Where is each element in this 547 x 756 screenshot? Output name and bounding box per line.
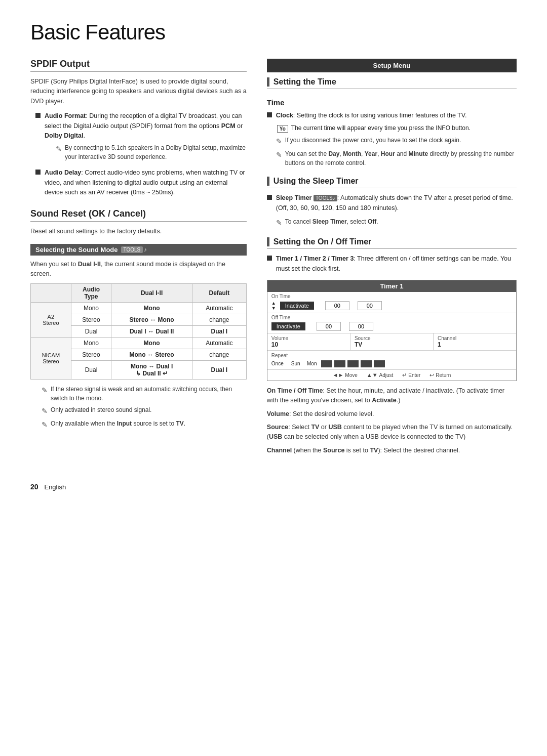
table-stereo1: Stereo	[71, 314, 111, 326]
note-cancel-sleep: ✎ To cancel Sleep Timer, select Off.	[276, 217, 517, 228]
note-pencil-icon: ✎	[276, 136, 282, 147]
footnote-volume: Volume: Set the desired volume level.	[267, 409, 517, 419]
off-time-controls: Inactivate	[267, 320, 516, 333]
page-number: 20	[30, 483, 38, 491]
on-time-row: On Time ▲ ▼ Inactivate	[267, 292, 516, 313]
audio-delay-text: Audio Delay: Correct audio-video sync pr…	[45, 168, 247, 197]
on-time-min-input[interactable]	[358, 301, 382, 310]
nav-return: ↩ Return	[429, 372, 451, 379]
table-default-change2: change	[192, 349, 246, 361]
table-default-dual1: Dual I	[192, 326, 246, 338]
table-default-dual2: Dual I	[192, 361, 246, 380]
return-icon: ↩	[429, 372, 434, 379]
table-dual-dual: Dual I ↔ Dual II	[111, 326, 192, 338]
channel-label: Channel	[438, 335, 512, 341]
timer-source-cell: Source TV	[350, 333, 434, 350]
sleep-timer-header: Using the Sleep Timer	[267, 177, 517, 188]
audio-format-text: Audio Format: During the reception of a …	[45, 111, 247, 164]
note-icon-2: ✎	[42, 406, 48, 416]
nav-enter: ↵ Enter	[402, 372, 420, 379]
sound-mode-desc: When you set to Dual I-II, the current s…	[30, 260, 247, 279]
sound-mode-label: Selecting the Sound Mode	[35, 246, 118, 254]
off-time-row: Off Time Inactivate	[267, 313, 516, 333]
section-bar-icon	[267, 177, 269, 186]
note-stereo-weak: ✎ If the stereo signal is weak and an au…	[42, 385, 247, 403]
on-off-timer-section: Setting the On / Off Timer Timer 1 / Tim…	[267, 237, 517, 455]
table-dual-mono: Mono	[111, 303, 192, 314]
timer-box: Timer 1 On Time ▲ ▼ Inactivate	[267, 280, 517, 381]
time-section: Time Clock: Setting the clock is for usi…	[267, 98, 517, 167]
clock-bullet: Clock: Setting the clock is for using va…	[267, 111, 517, 120]
info-note-text: The current time will appear every time …	[291, 124, 471, 132]
table-default-auto1: Automatic	[192, 303, 246, 314]
table-col-dual: Dual I-II	[111, 284, 192, 303]
off-time-hour-input[interactable]	[317, 322, 341, 331]
spdif-title: SPDIF Output	[30, 59, 247, 72]
sleep-timer-label: Using the Sleep Timer	[274, 177, 359, 186]
spdif-intro: SPDIF (Sony Philips Digital InterFace) i…	[30, 77, 247, 106]
note-pencil-icon: ✎	[276, 218, 282, 228]
setting-time-header: Setting the Time	[267, 77, 517, 89]
note-pencil-icon: ✎	[56, 144, 62, 154]
day-sun: Sun	[289, 361, 303, 366]
sleep-timer-bullet: Sleep Timer TOOLS♪: Automatically shuts …	[267, 193, 517, 213]
table-nicam-mono: Mono	[111, 338, 192, 349]
bullet-icon	[267, 195, 272, 200]
table-row: NICAMStereo Mono Mono Automatic	[31, 338, 247, 349]
day-block-fri	[361, 360, 372, 367]
day-block-tue	[321, 360, 332, 367]
table-col-empty	[31, 284, 71, 303]
day-block-thu	[347, 360, 359, 367]
info-icon: Yo	[277, 125, 288, 133]
timer-vol-source-channel-row: Volume 10 Source TV Channel 1	[267, 333, 516, 351]
on-time-inactive-button[interactable]: Inactivate	[280, 302, 314, 310]
table-row: A2Stereo Mono Mono Automatic	[31, 303, 247, 314]
day-block-wed	[334, 360, 345, 367]
day-mon: Mon	[305, 361, 319, 366]
section-bar-icon	[267, 77, 269, 87]
sound-reset-title: Sound Reset (OK / Cancel)	[30, 208, 247, 222]
footnote-channel: Channel (when the Source is set to TV): …	[267, 446, 517, 455]
sound-reset-desc: Reset all sound settings to the factory …	[30, 227, 247, 236]
arrow-up-icon[interactable]: ▲	[271, 301, 276, 306]
page-footer: 20 English	[30, 483, 517, 491]
tools-badge-sleep: TOOLS♪	[314, 195, 337, 201]
audio-format-note: ✎ By connecting to 5.1ch speakers in a D…	[56, 143, 247, 161]
move-arrow-icon: ◄►	[333, 372, 344, 378]
bullet-icon	[267, 256, 272, 261]
volume-label: Volume	[271, 335, 346, 341]
enter-label: Enter	[408, 372, 420, 378]
note-set-day: ✎ You can set the Day, Month, Year, Hour…	[276, 149, 517, 167]
adjust-label: Adjust	[379, 372, 394, 378]
on-time-up-down: ▲ ▼	[271, 301, 276, 311]
off-time-inactive-button[interactable]: Inactivate	[271, 322, 305, 330]
move-label: Move	[345, 372, 357, 378]
section-bar-icon	[267, 237, 269, 246]
table-dual1: Dual	[71, 326, 111, 338]
day-block-sat	[374, 360, 385, 367]
footer-lang: English	[44, 483, 66, 491]
nav-move: ◄► Move	[333, 372, 358, 379]
off-time-min-input[interactable]	[349, 322, 373, 331]
sleep-timer-section: Using the Sleep Timer Sleep Timer TOOLS♪…	[267, 177, 517, 228]
audio-format-bullet: Audio Format: During the reception of a …	[35, 111, 247, 164]
left-column: SPDIF Output SPDIF (Sony Philips Digital…	[30, 59, 247, 463]
on-time-hour-input[interactable]	[325, 301, 349, 310]
once-label: Once	[271, 361, 284, 366]
bullet-icon	[35, 170, 41, 175]
timer-desc-bullet: Timer 1 / Timer 2 / Timer 3: Three diffe…	[267, 254, 517, 274]
adjust-arrow-icon: ▲▼	[367, 372, 378, 378]
table-nicam-dual: Mono ↔ Dual I↳ Dual II ↵	[111, 361, 192, 380]
right-column: Setup Menu Setting the Time Time Clock: …	[267, 59, 517, 463]
source-label: Source	[355, 335, 429, 341]
spdif-bullets: Audio Format: During the reception of a …	[35, 111, 247, 197]
arrow-down-icon[interactable]: ▼	[271, 306, 276, 311]
setting-time-label: Setting the Time	[274, 77, 336, 87]
timer-box-title: Timer 1	[267, 280, 516, 292]
table-default-change1: change	[192, 314, 246, 326]
table-nicam-stereo: Mono ↔ Stereo	[111, 349, 192, 361]
note-pencil-icon: ✎	[276, 150, 282, 160]
on-time-controls: ▲ ▼ Inactivate	[267, 299, 516, 313]
note-stereo-only: ✎ Only activated in stereo sound signal.	[42, 405, 247, 416]
table-nicam-label: NICAMStereo	[31, 338, 71, 380]
